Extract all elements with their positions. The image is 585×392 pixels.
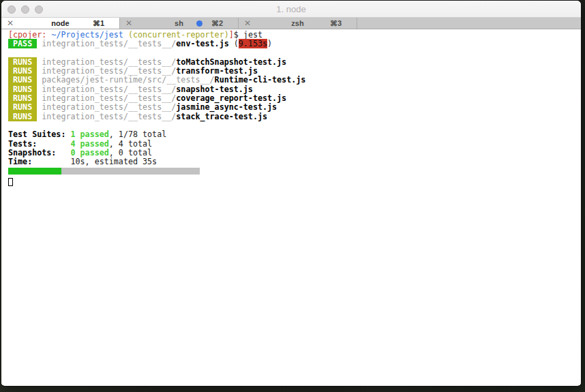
terminal-text-segment: coverage_report-test.js (176, 93, 286, 103)
terminal-line: RUNS packages/jest-runtime/src/__tests__… (8, 76, 581, 85)
terminal-text-segment: RUNS (8, 93, 37, 103)
terminal-lines: [cpojer: ~/Projects/jest (concurrent-rep… (8, 31, 581, 186)
terminal-text-segment: Snapshots: (8, 148, 70, 157)
terminal-line: RUNS integration_tests/__tests__/transfo… (8, 67, 581, 76)
terminal-text-segment: RUNS (8, 112, 37, 121)
terminal-line: Tests: 4 passed, 4 total (8, 140, 581, 149)
terminal-text-segment: ) (267, 39, 272, 48)
terminal-window: 1. node ✕ node ⌘1 ✕ sh ⌘2 ✕ zsh ⌘3 [cpoj… (1, 1, 581, 386)
terminal-line: Test Suites: 1 passed, 1/78 total (8, 130, 581, 139)
terminal-text-segment: RUNS (8, 57, 37, 67)
terminal-text-segment: RUNS (8, 75, 37, 85)
terminal-text-segment: integration_tests/__tests__/ (42, 93, 176, 103)
terminal-text-segment: integration_tests/__tests__/ (42, 112, 176, 121)
terminal-text-segment: ( (229, 39, 239, 48)
terminal-text-segment: integration_tests/__tests__/ (42, 66, 176, 76)
terminal-text-segment: Test Suites: (8, 130, 70, 139)
tab-shortcut: ⌘1 (93, 18, 104, 29)
tab-sh[interactable]: ✕ sh ⌘2 (120, 18, 239, 29)
terminal-text-segment: 4 passed (70, 139, 108, 149)
terminal-text-segment: (concurrent-reporter) (128, 30, 229, 40)
terminal-cursor-line (8, 177, 581, 186)
terminal-text-segment: stack_trace-test.js (176, 112, 267, 121)
terminal-line (8, 49, 581, 58)
terminal-line: [cpojer: ~/Projects/jest (concurrent-rep… (8, 31, 581, 40)
terminal-text-segment: Tests: (8, 139, 70, 149)
terminal-line: PASS integration_tests/__tests__/env-tes… (8, 40, 581, 48)
terminal-line: Time: 10s, estimated 35s (8, 157, 581, 166)
terminal-text-segment: snapshot-test.js (176, 85, 253, 94)
terminal-text-segment: ~/Projects/jest (51, 30, 123, 40)
terminal-cursor (8, 178, 13, 186)
terminal-text-segment: RUNS (8, 85, 37, 94)
progress-bar-track (8, 168, 200, 175)
terminal-text-segment: 10s, estimated 35s (70, 157, 157, 166)
terminal-text-segment: , 1/78 total (109, 130, 166, 139)
tab-shortcut: ⌘2 (211, 18, 223, 29)
terminal-text-segment: RUNS (8, 102, 37, 112)
terminal-text-segment: ] (229, 30, 234, 40)
tab-activity-indicator-icon (196, 20, 202, 27)
terminal-text-segment: integration_tests/__tests__/ (42, 57, 176, 67)
terminal-output[interactable]: [cpojer: ~/Projects/jest (concurrent-rep… (1, 29, 581, 385)
tab-shortcut: ⌘3 (330, 18, 342, 29)
terminal-line: RUNS integration_tests/__tests__/toMatch… (8, 58, 581, 67)
window-title: 1. node (1, 1, 581, 18)
terminal-text-segment: $ jest (234, 30, 262, 40)
terminal-text-segment: , 4 total (109, 139, 152, 149)
terminal-text-segment: Time: (8, 157, 70, 166)
terminal-text-segment: 0 passed (70, 148, 108, 157)
terminal-line: RUNS integration_tests/__tests__/coverag… (8, 94, 581, 103)
terminal-text-segment: jasmine_async-test.js (176, 102, 277, 112)
terminal-line: RUNS integration_tests/__tests__/snapsho… (8, 85, 581, 94)
terminal-text-segment: Runtime-cli-test.js (215, 75, 306, 85)
window-titlebar[interactable]: 1. node (1, 1, 581, 18)
tab-bar: ✕ node ⌘1 ✕ sh ⌘2 ✕ zsh ⌘3 (1, 18, 581, 29)
tab-zsh[interactable]: ✕ zsh ⌘3 (239, 18, 357, 29)
terminal-text-segment: PASS (8, 39, 37, 48)
terminal-text-segment: env-test.js (176, 39, 228, 48)
terminal-line (8, 121, 581, 130)
terminal-line: RUNS integration_tests/__tests__/stack_t… (8, 112, 581, 121)
terminal-text-segment: integration_tests/__tests__/ (42, 85, 176, 94)
terminal-text-segment: 9.153s (239, 39, 267, 48)
terminal-text-segment: transform-test.js (176, 66, 258, 76)
tab-node[interactable]: ✕ node ⌘1 (1, 18, 120, 29)
terminal-text-segment: packages/jest-runtime/src/__tests__/ (42, 75, 214, 85)
terminal-text-segment: toMatchSnapshot-test.js (176, 57, 286, 67)
terminal-text-segment (123, 30, 128, 40)
terminal-text-segment: , 0 total (109, 148, 152, 157)
terminal-text-segment: RUNS (8, 66, 37, 76)
terminal-text-segment: integration_tests/__tests__/ (42, 102, 176, 112)
progress-bar (8, 168, 581, 177)
terminal-line: Snapshots: 0 passed, 0 total (8, 149, 581, 157)
terminal-text-segment: [cpojer: (8, 30, 46, 40)
terminal-text-segment: integration_tests/__tests__/ (42, 39, 176, 48)
tab-bar-filler (357, 18, 581, 29)
terminal-line: RUNS integration_tests/__tests__/jasmine… (8, 103, 581, 112)
progress-bar-fill (8, 168, 61, 175)
terminal-text-segment: 1 passed (70, 130, 108, 139)
